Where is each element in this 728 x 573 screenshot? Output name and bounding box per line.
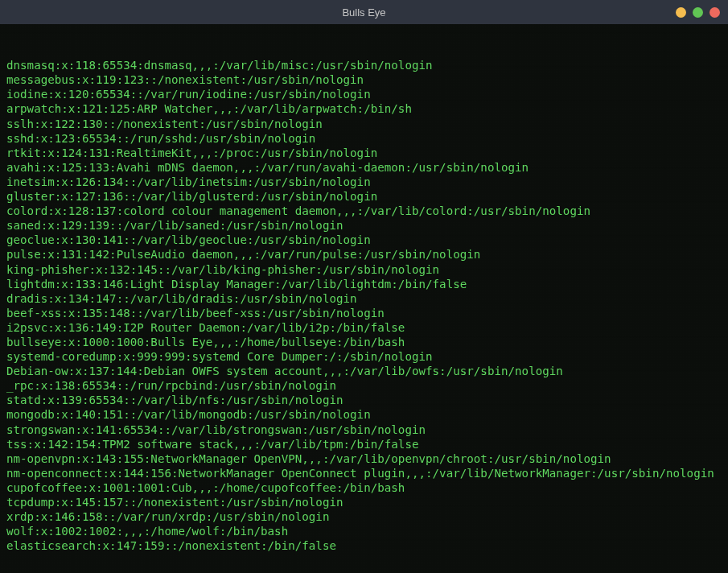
output-line: pulse:x:131:142:PulseAudio daemon,,,:/va… — [6, 247, 722, 262]
output-line: _rpc:x:138:65534::/run/rpcbind:/usr/sbin… — [6, 378, 722, 393]
titlebar: Bulls Eye — [0, 0, 728, 24]
terminal-output: dnsmasq:x:118:65534:dnsmasq,,,:/var/lib/… — [6, 58, 722, 553]
terminal-body[interactable]: dnsmasq:x:118:65534:dnsmasq,,,:/var/lib/… — [0, 24, 728, 573]
output-line: elasticsearch:x:147:159::/nonexistent:/b… — [6, 538, 722, 553]
output-line: king-phisher:x:132:145::/var/lib/king-ph… — [6, 262, 722, 277]
output-line: systemd-coredump:x:999:999:systemd Core … — [6, 349, 722, 364]
output-line: tcpdump:x:145:157::/nonexistent:/usr/sbi… — [6, 495, 722, 509]
output-line: tss:x:142:154:TPM2 software stack,,,:/va… — [6, 437, 722, 451]
output-line: inetsim:x:126:134::/var/lib/inetsim:/usr… — [6, 175, 722, 189]
output-line: nm-openvpn:x:143:155:NetworkManager Open… — [6, 451, 722, 466]
close-button[interactable] — [709, 7, 720, 18]
output-line: bullseye:x:1000:1000:Bulls Eye,,,:/home/… — [6, 335, 722, 349]
output-line: xrdp:x:146:158::/var/run/xrdp:/usr/sbin/… — [6, 509, 722, 524]
output-line: mongodb:x:140:151::/var/lib/mongodb:/usr… — [6, 407, 722, 422]
output-line: statd:x:139:65534::/var/lib/nfs:/usr/sbi… — [6, 393, 722, 407]
output-line: messagebus:x:119:123::/nonexistent:/usr/… — [6, 72, 722, 87]
output-line: strongswan:x:141:65534::/var/lib/strongs… — [6, 423, 722, 437]
maximize-button[interactable] — [693, 7, 703, 18]
output-line: colord:x:128:137:colord colour managemen… — [6, 204, 722, 218]
output-line: geoclue:x:130:141::/var/lib/geoclue:/usr… — [6, 233, 722, 247]
output-line: avahi:x:125:133:Avahi mDNS daemon,,,:/va… — [6, 160, 722, 175]
output-line: lightdm:x:133:146:Light Display Manager:… — [6, 277, 722, 291]
output-line: i2psvc:x:136:149:I2P Router Daemon:/var/… — [6, 320, 722, 335]
window-title: Bulls Eye — [342, 6, 385, 19]
output-line: sslh:x:122:130::/nonexistent:/usr/sbin/n… — [6, 117, 722, 131]
output-line: rtkit:x:124:131:RealtimeKit,,,:/proc:/us… — [6, 146, 722, 160]
minimize-button[interactable] — [676, 7, 686, 18]
output-line: Debian-ow:x:137:144:Debian OWFS system a… — [6, 364, 722, 378]
output-line: sshd:x:123:65534::/run/sshd:/usr/sbin/no… — [6, 131, 722, 146]
output-line: beef-xss:x:135:148::/var/lib/beef-xss:/u… — [6, 306, 722, 320]
output-line: wolf:x:1002:1002:,,,:/home/wolf:/bin/bas… — [6, 524, 722, 538]
output-line: gluster:x:127:136::/var/lib/glusterd:/us… — [6, 189, 722, 204]
output-line: nm-openconnect:x:144:156:NetworkManager … — [6, 466, 722, 480]
output-line: saned:x:129:139::/var/lib/saned:/usr/sbi… — [6, 218, 722, 233]
output-line: cupofcoffee:x:1001:1001:Cub,,,:/home/cup… — [6, 480, 722, 495]
output-line: dnsmasq:x:118:65534:dnsmasq,,,:/var/lib/… — [6, 58, 722, 72]
output-line: iodine:x:120:65534::/var/run/iodine:/usr… — [6, 87, 722, 101]
window-controls — [676, 7, 720, 18]
output-line: arpwatch:x:121:125:ARP Watcher,,,:/var/l… — [6, 101, 722, 116]
output-line: dradis:x:134:147::/var/lib/dradis:/usr/s… — [6, 291, 722, 306]
